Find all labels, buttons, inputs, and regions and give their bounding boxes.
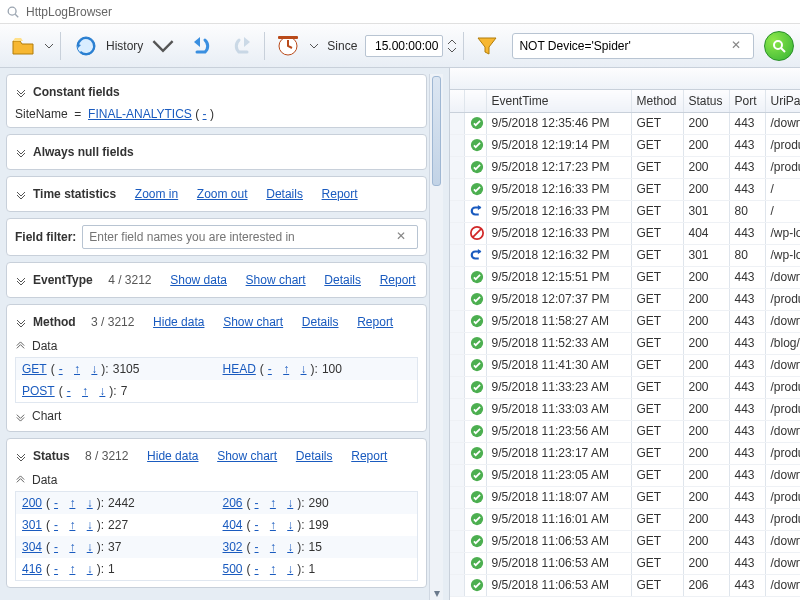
clear-field-filter[interactable]: ✕ [396,229,412,245]
table-row[interactable]: 9/5/2018 11:33:23 AM GET 200 443 /produ [450,376,800,398]
cell-method: GET [631,354,683,376]
value-name[interactable]: 416 [22,562,42,576]
report-link[interactable]: Report [322,187,358,201]
table-row[interactable]: 9/5/2018 11:06:53 AM GET 200 443 /down [450,552,800,574]
value-name[interactable]: 206 [223,496,243,510]
const-field-value[interactable]: FINAL-ANALYTICS [88,107,192,121]
scroll-down-icon[interactable]: ▾ [430,586,443,600]
grid-method-header[interactable]: Method [631,90,683,112]
collapse-icon[interactable] [15,316,27,328]
cell-uri: /blog/ [765,332,800,354]
cell-time: 9/5/2018 11:06:53 AM [486,530,631,552]
filter-expression-input[interactable] [519,39,725,53]
time-picker-dropdown[interactable] [309,41,319,51]
value-name[interactable]: 301 [22,518,42,532]
table-row[interactable]: 9/5/2018 12:35:46 PM GET 200 443 /down [450,112,800,134]
value-name[interactable]: POST [22,384,55,398]
table-row[interactable]: 9/5/2018 12:07:37 PM GET 200 443 /produ [450,288,800,310]
table-row[interactable]: 9/5/2018 11:06:53 AM GET 200 443 /down [450,530,800,552]
value-name[interactable]: HEAD [223,362,256,376]
details-link[interactable]: Details [302,315,339,329]
row-gutter [450,530,464,552]
details-link[interactable]: Details [266,187,303,201]
cell-method: GET [631,156,683,178]
table-row[interactable]: 9/5/2018 11:06:53 AM GET 206 443 /down [450,574,800,596]
cell-port: 443 [729,442,765,464]
panel-title: Constant fields [33,85,120,99]
table-row[interactable]: 9/5/2018 11:23:17 AM GET 200 443 /produ [450,442,800,464]
value-name[interactable]: 404 [223,518,243,532]
row-status-icon [464,178,486,200]
table-row[interactable]: 9/5/2018 11:33:03 AM GET 200 443 /produ [450,398,800,420]
since-input[interactable] [365,35,443,57]
open-file-dropdown[interactable] [44,41,54,51]
filter-funnel-button[interactable] [470,30,504,62]
report-link[interactable]: Report [351,449,387,463]
table-row[interactable]: 9/5/2018 11:58:27 AM GET 200 443 /down [450,310,800,332]
value-name[interactable]: 200 [22,496,42,510]
table-row[interactable]: 9/5/2018 12:16:33 PM GET 404 443 /wp-lo [450,222,800,244]
cell-status: 200 [683,442,729,464]
table-row[interactable]: 9/5/2018 11:16:01 AM GET 200 443 /produ [450,508,800,530]
zoom-out-link[interactable]: Zoom out [197,187,248,201]
scroll-thumb[interactable] [432,76,441,186]
run-query-button[interactable] [764,31,794,61]
collapse-icon[interactable] [15,274,27,286]
value-count: 7 [121,384,128,398]
collapse-icon[interactable] [15,146,27,158]
table-row[interactable]: 9/5/2018 11:23:05 AM GET 200 443 /down [450,464,800,486]
details-link[interactable]: Details [296,449,333,463]
report-link[interactable]: Report [380,273,416,287]
table-row[interactable]: 9/5/2018 11:18:07 AM GET 200 443 /produ [450,486,800,508]
hide-data-link[interactable]: Hide data [153,315,204,329]
clear-filter-button[interactable]: ✕ [731,38,747,54]
hide-data-link[interactable]: Hide data [147,449,198,463]
grid-port-header[interactable]: Port [729,90,765,112]
table-row[interactable]: 9/5/2018 12:16:33 PM GET 200 443 / [450,178,800,200]
value-name[interactable]: 302 [223,540,243,554]
grid-time-header[interactable]: EventTime [486,90,631,112]
table-row[interactable]: 9/5/2018 11:41:30 AM GET 200 443 /down [450,354,800,376]
table-row[interactable]: 9/5/2018 11:23:56 AM GET 200 443 /down [450,420,800,442]
table-row[interactable]: 9/5/2018 12:19:14 PM GET 200 443 /produ [450,134,800,156]
left-scrollbar[interactable]: ▴ ▾ [429,74,443,600]
method-chart-header[interactable]: Chart [15,407,418,425]
open-file-button[interactable] [6,30,40,62]
table-row[interactable]: 9/5/2018 11:52:33 AM GET 200 443 /blog/ [450,332,800,354]
details-link[interactable]: Details [324,273,361,287]
value-name[interactable]: 500 [223,562,243,576]
history-button[interactable]: History [67,30,182,62]
collapse-icon[interactable] [15,188,27,200]
row-status-icon [464,508,486,530]
cell-time: 9/5/2018 11:06:53 AM [486,574,631,596]
value-name[interactable]: GET [22,362,47,376]
collapse-icon[interactable] [15,86,27,98]
show-chart-link[interactable]: Show chart [223,315,283,329]
zoom-in-link[interactable]: Zoom in [135,187,178,201]
filter-expression-box[interactable]: ✕ [512,33,754,59]
cell-time: 9/5/2018 12:15:51 PM [486,266,631,288]
value-name[interactable]: 304 [22,540,42,554]
field-filter-input[interactable] [82,225,418,249]
report-link[interactable]: Report [357,315,393,329]
show-chart-link[interactable]: Show chart [246,273,306,287]
undo-button[interactable] [186,30,220,62]
time-picker-button[interactable] [271,30,305,62]
table-row[interactable]: 9/5/2018 12:15:51 PM GET 200 443 /down [450,266,800,288]
redo-button[interactable] [224,30,258,62]
show-chart-link[interactable]: Show chart [217,449,277,463]
table-row[interactable]: 9/5/2018 12:17:23 PM GET 200 443 /produ [450,156,800,178]
collapse-icon[interactable] [15,450,27,462]
method-data-header[interactable]: Data [15,337,418,355]
value-count: 15 [309,540,322,554]
status-data-header[interactable]: Data [15,471,418,489]
table-row[interactable]: 9/5/2018 12:16:33 PM GET 301 80 / [450,200,800,222]
cell-port: 443 [729,354,765,376]
grid-status-header[interactable]: Status [683,90,729,112]
cell-method: GET [631,112,683,134]
show-data-link[interactable]: Show data [170,273,227,287]
table-row[interactable]: 9/5/2018 12:16:32 PM GET 301 80 /wp-lo [450,244,800,266]
grid-icon-header[interactable] [464,90,486,112]
since-stepper[interactable] [447,36,457,56]
grid-uri-header[interactable]: UriPath [765,90,800,112]
